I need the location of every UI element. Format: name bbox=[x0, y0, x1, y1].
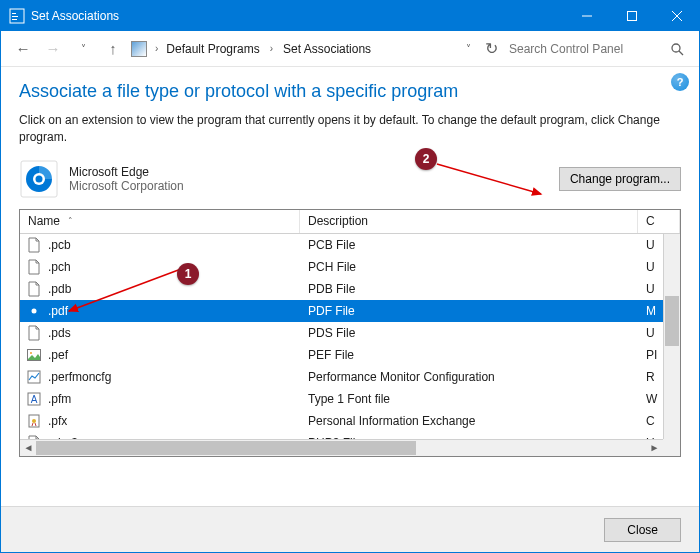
help-icon[interactable]: ? bbox=[671, 73, 689, 91]
table-row[interactable]: .pefPEF FilePI bbox=[20, 344, 680, 366]
search-input[interactable] bbox=[509, 42, 659, 56]
back-button[interactable]: ← bbox=[11, 37, 35, 61]
desc-label: PDF File bbox=[300, 304, 638, 318]
ext-label: .pcb bbox=[48, 238, 71, 252]
associations-table: Name˄ Description C .pcbPCB FileU.pchPCH… bbox=[19, 209, 681, 457]
scroll-right-icon[interactable]: ► bbox=[646, 440, 663, 456]
svg-rect-1 bbox=[12, 13, 16, 14]
col-desc-header[interactable]: Description bbox=[300, 210, 638, 233]
ext-label: .perfmoncfg bbox=[48, 370, 111, 384]
annotation-badge-1: 1 bbox=[177, 263, 199, 285]
search-icon[interactable] bbox=[665, 37, 689, 61]
refresh-button[interactable]: ↻ bbox=[479, 37, 503, 61]
cp-icon bbox=[9, 8, 25, 24]
svg-text:A: A bbox=[31, 394, 38, 405]
file-icon bbox=[26, 259, 42, 275]
scroll-left-icon[interactable]: ◄ bbox=[20, 440, 37, 456]
close-window-button[interactable] bbox=[654, 1, 699, 31]
file-icon bbox=[26, 303, 42, 319]
file-icon bbox=[26, 369, 42, 385]
current-program-row: Microsoft Edge Microsoft Corporation Cha… bbox=[19, 159, 681, 199]
ext-label: .pds bbox=[48, 326, 71, 340]
table-row[interactable]: .pdbPDB FileU bbox=[20, 278, 680, 300]
svg-rect-2 bbox=[12, 16, 18, 17]
breadcrumb-default-programs[interactable]: Default Programs bbox=[166, 42, 259, 56]
scrollbar-thumb[interactable] bbox=[665, 296, 679, 346]
file-icon bbox=[26, 413, 42, 429]
svg-point-12 bbox=[36, 175, 43, 182]
recent-dropdown[interactable]: ˅ bbox=[71, 37, 95, 61]
svg-point-16 bbox=[30, 352, 32, 354]
desc-label: PDS File bbox=[300, 326, 638, 340]
file-icon bbox=[26, 347, 42, 363]
desc-label: PDB File bbox=[300, 282, 638, 296]
address-panel-icon bbox=[131, 41, 147, 57]
window-title: Set Associations bbox=[31, 9, 564, 23]
table-row[interactable]: .perfmoncfgPerformance Monitor Configura… bbox=[20, 366, 680, 388]
ext-label: .pdb bbox=[48, 282, 71, 296]
scrollbar-thumb[interactable] bbox=[36, 441, 416, 455]
file-icon bbox=[26, 237, 42, 253]
ext-label: .pfm bbox=[48, 392, 71, 406]
current-program-publisher: Microsoft Corporation bbox=[69, 179, 184, 193]
ext-label: .pfx bbox=[48, 414, 67, 428]
file-icon bbox=[26, 281, 42, 297]
desc-label: PCH File bbox=[300, 260, 638, 274]
table-row[interactable]: A.pfmType 1 Font fileW bbox=[20, 388, 680, 410]
minimize-button[interactable] bbox=[564, 1, 609, 31]
titlebar: Set Associations bbox=[1, 1, 699, 31]
edge-icon bbox=[19, 159, 59, 199]
table-row[interactable]: .pdfPDF FileM bbox=[20, 300, 680, 322]
svg-line-9 bbox=[679, 51, 683, 55]
table-row[interactable]: .pdsPDS FileU bbox=[20, 322, 680, 344]
svg-rect-3 bbox=[12, 19, 17, 20]
col-ca-header[interactable]: C bbox=[638, 210, 680, 233]
file-icon: A bbox=[26, 391, 42, 407]
desc-label: PCB File bbox=[300, 238, 638, 252]
svg-point-14 bbox=[32, 308, 37, 313]
close-button[interactable]: Close bbox=[604, 518, 681, 542]
table-row[interactable]: .pchPCH FileU bbox=[20, 256, 680, 278]
current-program-name: Microsoft Edge bbox=[69, 165, 184, 179]
svg-point-8 bbox=[672, 44, 680, 52]
breadcrumb-set-associations[interactable]: Set Associations bbox=[283, 42, 371, 56]
svg-point-21 bbox=[32, 419, 36, 423]
forward-button[interactable]: → bbox=[41, 37, 65, 61]
page-heading: Associate a file type or protocol with a… bbox=[19, 81, 681, 102]
address-dropdown[interactable]: ˅ bbox=[466, 43, 471, 54]
annotation-badge-2: 2 bbox=[415, 148, 437, 170]
vertical-scrollbar[interactable] bbox=[663, 234, 680, 439]
ext-label: .pdf bbox=[48, 304, 68, 318]
svg-rect-5 bbox=[627, 12, 636, 21]
scroll-corner bbox=[663, 439, 680, 456]
desc-label: PEF File bbox=[300, 348, 638, 362]
col-name-header[interactable]: Name˄ bbox=[20, 210, 300, 233]
table-row[interactable]: .pcbPCB FileU bbox=[20, 234, 680, 256]
change-program-button[interactable]: Change program... bbox=[559, 167, 681, 191]
chevron-right-icon: › bbox=[270, 43, 273, 54]
navbar: ← → ˅ ↑ › Default Programs › Set Associa… bbox=[1, 31, 699, 67]
horizontal-scrollbar[interactable]: ◄ ► bbox=[20, 439, 663, 456]
desc-label: Type 1 Font file bbox=[300, 392, 638, 406]
desc-label: Personal Information Exchange bbox=[300, 414, 638, 428]
footer: Close bbox=[1, 506, 699, 552]
instructions-text: Click on an extension to view the progra… bbox=[19, 112, 681, 147]
ext-label: .pch bbox=[48, 260, 71, 274]
desc-label: Performance Monitor Configuration bbox=[300, 370, 638, 384]
table-row[interactable]: .pfxPersonal Information ExchangeC bbox=[20, 410, 680, 432]
sort-asc-icon: ˄ bbox=[68, 216, 73, 226]
up-button[interactable]: ↑ bbox=[101, 37, 125, 61]
maximize-button[interactable] bbox=[609, 1, 654, 31]
chevron-right-icon: › bbox=[155, 43, 158, 54]
ext-label: .pef bbox=[48, 348, 68, 362]
file-icon bbox=[26, 325, 42, 341]
